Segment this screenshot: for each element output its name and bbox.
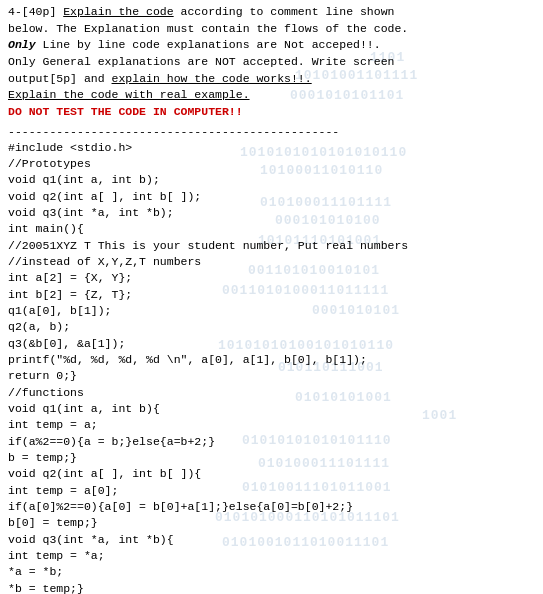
code-line-1: #include <stdio.h> bbox=[8, 141, 132, 154]
question-line5: output[5p] and explain how the code work… bbox=[8, 71, 535, 88]
code-line-6: int main(){ bbox=[8, 222, 84, 235]
question-line4: Only General explanations are NOT accept… bbox=[8, 54, 535, 71]
question-line3: Only Line by line code explanations are … bbox=[8, 37, 535, 54]
code-line-9: int a[2] = {X, Y}; bbox=[8, 271, 132, 284]
explain-how-underline: explain how the code works!!. bbox=[112, 72, 312, 85]
question-line1: 4-[40p] Explain the code according to co… bbox=[8, 4, 535, 21]
code-line-27: *a = *b; bbox=[8, 565, 63, 578]
code-line-21: void q2(int a[ ], int b[ ]){ bbox=[8, 467, 201, 480]
code-line-2: //Prototypes bbox=[8, 157, 91, 170]
explain-real-underline: Explain the code with real example. bbox=[8, 88, 250, 101]
question-line2: below. The Explanation must contain the … bbox=[8, 21, 535, 38]
code-line-26: int temp = *a; bbox=[8, 549, 105, 562]
only-bold: Only bbox=[8, 38, 36, 51]
code-line-23: if(a[0]%2==0){a[0] = b[0]+a[1];}else{a[0… bbox=[8, 500, 353, 513]
code-line-4: void q2(int a[ ], int b[ ]); bbox=[8, 190, 201, 203]
code-line-15: return 0;} bbox=[8, 369, 77, 382]
explain-code-underline: Explain the code bbox=[63, 5, 173, 18]
code-line-18: int temp = a; bbox=[8, 418, 98, 431]
code-line-19: if(a%2==0){a = b;}else{a=b+2;} bbox=[8, 435, 215, 448]
code-line-16: //functions bbox=[8, 386, 84, 399]
code-line-3: void q1(int a, int b); bbox=[8, 173, 160, 186]
question-line6: Explain the code with real example. bbox=[8, 87, 535, 104]
code-line-22: int temp = a[0]; bbox=[8, 484, 118, 497]
line5-start: output[5p] and bbox=[8, 72, 112, 85]
code-line-8: //instead of X,Y,Z,T numbers bbox=[8, 255, 201, 268]
code-line-20: b = temp;} bbox=[8, 451, 77, 464]
code-line-10: int b[2] = {Z, T}; bbox=[8, 288, 132, 301]
code-line-11: q1(a[0], b[1]); bbox=[8, 304, 112, 317]
do-not-test-warning: DO NOT TEST THE CODE IN COMPUTER!! bbox=[8, 104, 535, 121]
code-line-12: q2(a, b); bbox=[8, 320, 70, 333]
code-line-17: void q1(int a, int b){ bbox=[8, 402, 160, 415]
code-line-14: printf("%d, %d, %d, %d \n", a[0], a[1], … bbox=[8, 353, 367, 366]
code-block: #include <stdio.h> //Prototypes void q1(… bbox=[8, 140, 535, 594]
code-line-24: b[0] = temp;} bbox=[8, 516, 98, 529]
question-prefix: 4-[40p] bbox=[8, 5, 63, 18]
question-line1-rest: according to comment line shown bbox=[174, 5, 395, 18]
code-line-7: //20051XYZ T This is your student number… bbox=[8, 239, 408, 252]
code-line-13: q3(&b[0], &a[1]); bbox=[8, 337, 125, 350]
code-line-25: void q3(int *a, int *b){ bbox=[8, 533, 174, 546]
code-line-28: *b = temp;} bbox=[8, 582, 84, 594]
top-divider: ----------------------------------------… bbox=[8, 125, 535, 138]
page-container: 1101 10101001101111 0001010101101 101010… bbox=[0, 0, 543, 594]
question-block: 4-[40p] Explain the code according to co… bbox=[8, 4, 535, 121]
main-content: 4-[40p] Explain the code according to co… bbox=[0, 0, 543, 594]
question-line3-rest: Line by line code explanations are Not a… bbox=[36, 38, 381, 51]
code-line-5: void q3(int *a, int *b); bbox=[8, 206, 174, 219]
